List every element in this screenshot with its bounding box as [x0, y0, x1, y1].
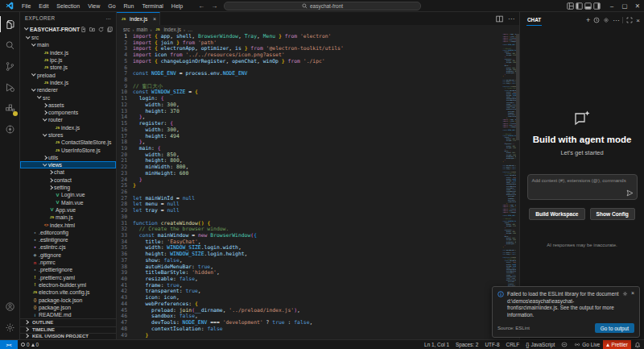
tree-item-contact[interactable]: contact: [20, 177, 116, 184]
tree-item-ipc.js[interactable]: JSipc.js: [20, 56, 116, 64]
tree-item-utils[interactable]: utils: [20, 154, 116, 161]
tree-item-package-lock.json[interactable]: {}package-lock.json: [20, 296, 116, 303]
code-line[interactable]: 23 minHeight: 600: [117, 171, 519, 177]
tree-item-index.js[interactable]: JSindex.js: [20, 79, 116, 86]
code-line[interactable]: 49 }: [117, 333, 519, 339]
settings-gear-icon[interactable]: [0, 317, 20, 338]
search-icon[interactable]: [0, 35, 20, 56]
tree-item-UserInfoStore.js[interactable]: JSUserInfoStore.js: [20, 146, 116, 153]
menu-help[interactable]: Help: [167, 3, 187, 9]
indentation[interactable]: Spaces: 2: [452, 340, 481, 349]
command-center-search[interactable]: easychat-front: [224, 2, 421, 10]
project-root-row[interactable]: EASYCHAT-FRONT: [20, 24, 116, 34]
menu-go[interactable]: Go: [104, 3, 119, 9]
refresh-icon[interactable]: [98, 27, 104, 32]
account-icon[interactable]: [0, 296, 20, 317]
tree-item-.prettierrc.yaml[interactable]: !.prettierrc.yaml: [20, 274, 116, 281]
chat-more-icon[interactable]: ⋯: [613, 17, 619, 24]
code-line[interactable]: 29let tray = null: [117, 208, 519, 214]
tree-item-.gitignore[interactable]: ◆.gitignore: [20, 251, 116, 259]
tree-item-main.js[interactable]: JSmain.js: [20, 214, 116, 221]
tree-item-.eslintrc.cjs[interactable]: ●.eslintrc.cjs: [20, 243, 116, 251]
tree-item-.editorconfig[interactable]: ●.editorconfig: [20, 229, 116, 236]
customize-layout-icon[interactable]: [567, 2, 574, 10]
tree-item-package.json[interactable]: {}package.json: [20, 304, 116, 311]
notifications-bell-icon[interactable]: [631, 340, 644, 349]
tree-item-stores[interactable]: stores: [20, 131, 116, 139]
tree-item-electron-builder.yml[interactable]: !electron-builder.yml: [20, 281, 116, 289]
new-chat-icon[interactable]: +: [586, 16, 590, 24]
tree-item-index.html[interactable]: <>index.html: [20, 221, 116, 228]
menu-selection[interactable]: Selection: [52, 3, 84, 9]
code-area[interactable]: 1import { app, shell, BrowserWindow, Tra…: [117, 34, 519, 339]
window-close-button[interactable]: ✕: [631, 0, 644, 12]
code-line[interactable]: 8: [117, 77, 519, 84]
section-keil-uvision[interactable]: KEIL UVISION PROJECT: [20, 333, 116, 339]
tree-item-index.js[interactable]: JSindex.js: [20, 124, 116, 131]
tree-item-src[interactable]: src: [20, 34, 116, 41]
send-icon[interactable]: [626, 189, 634, 197]
section-outline[interactable]: OUTLINE: [20, 319, 116, 326]
breadcrumb[interactable]: src› main› JS index.js› …: [117, 25, 519, 34]
tab-chat[interactable]: CHAT: [526, 15, 542, 26]
show-config-button[interactable]: Show Config: [590, 208, 635, 220]
tree-item-main[interactable]: main: [20, 41, 116, 48]
chat-input[interactable]: Add context (#), extensions (@), command…: [527, 174, 638, 200]
plugin-circle-icon[interactable]: [0, 118, 20, 139]
eol[interactable]: CRLF: [503, 340, 523, 349]
tab-close-icon[interactable]: ×: [153, 16, 156, 22]
code-line[interactable]: 14 },: [117, 114, 519, 121]
code-line[interactable]: 13 height: 370: [117, 109, 519, 115]
tree-item-App.vue[interactable]: VApp.vue: [20, 206, 116, 214]
menu-file[interactable]: File: [18, 3, 35, 9]
tree-item-renderer[interactable]: renderer: [20, 86, 116, 93]
tree-item-assets[interactable]: assets: [20, 102, 116, 109]
window-minimize-button[interactable]: –: [605, 0, 618, 12]
new-folder-icon[interactable]: [89, 27, 95, 32]
problems-status[interactable]: 0 0: [18, 340, 42, 349]
tree-item-Login.vue[interactable]: VLogin.vue: [20, 191, 116, 198]
toggle-panel-icon[interactable]: [584, 2, 592, 10]
menu-view[interactable]: View: [84, 3, 104, 9]
code-line[interactable]: 18 },: [117, 139, 519, 146]
chat-settings-gear-icon[interactable]: [603, 17, 609, 23]
remote-indicator[interactable]: ><: [0, 340, 18, 349]
tree-item-Main.vue[interactable]: VMain.vue: [20, 199, 116, 206]
tree-item-store.js[interactable]: JSstore.js: [20, 64, 116, 71]
tree-item-components[interactable]: components: [20, 109, 116, 116]
nav-back-icon[interactable]: ←: [198, 2, 204, 10]
tree-item-setting[interactable]: setting: [20, 184, 116, 191]
run-debug-icon[interactable]: [0, 77, 20, 98]
code-line[interactable]: 7const NODE_ENV = process.env.NODE_ENV: [117, 71, 519, 77]
cursor-position[interactable]: Ln 1, Col 1: [421, 340, 452, 349]
tree-item-.eslintignore[interactable]: ●.eslintignore: [20, 236, 116, 243]
chat-history-icon[interactable]: [593, 17, 600, 23]
code-line[interactable]: 5import { changeLoginOrRegister, openCha…: [117, 59, 519, 65]
notification-gear-icon[interactable]: [622, 291, 628, 297]
prettier-status[interactable]: Prettier: [603, 340, 631, 349]
nav-forward-icon[interactable]: →: [211, 2, 217, 10]
menu-terminal[interactable]: Terminal: [138, 3, 167, 9]
collapse-all-icon[interactable]: [107, 27, 113, 32]
build-workspace-button[interactable]: Build Workspace: [529, 208, 584, 220]
editor-more-icon[interactable]: ⋯: [508, 15, 514, 23]
tree-item-router[interactable]: router: [20, 116, 116, 123]
expand-chat-icon[interactable]: [626, 17, 633, 23]
menu-run[interactable]: Run: [120, 3, 138, 9]
source-control-icon[interactable]: [0, 56, 20, 77]
code-line[interactable]: 48 contextIsolation: false: [117, 326, 519, 333]
window-maximize-button[interactable]: ▢: [618, 0, 631, 12]
split-editor-icon[interactable]: [496, 15, 503, 23]
code-line[interactable]: 17 height: 494: [117, 134, 519, 140]
new-file-icon[interactable]: [80, 27, 86, 32]
extensions-icon[interactable]: [0, 98, 20, 118]
tree-item-index.js[interactable]: JSindex.js: [20, 49, 116, 56]
section-timeline[interactable]: TIMELINE: [20, 326, 116, 333]
tree-item-README.md[interactable]: iREADME.md: [20, 311, 116, 318]
go-live[interactable]: Go Live: [571, 340, 603, 349]
code-line[interactable]: 25}: [117, 183, 519, 189]
tree-item-views[interactable]: views: [20, 161, 116, 168]
tree-item-.npmrc[interactable]: n.npmrc: [20, 259, 116, 266]
code-line[interactable]: 24 }: [117, 177, 519, 184]
tree-item-.prettierignore[interactable]: ●.prettierignore: [20, 266, 116, 273]
